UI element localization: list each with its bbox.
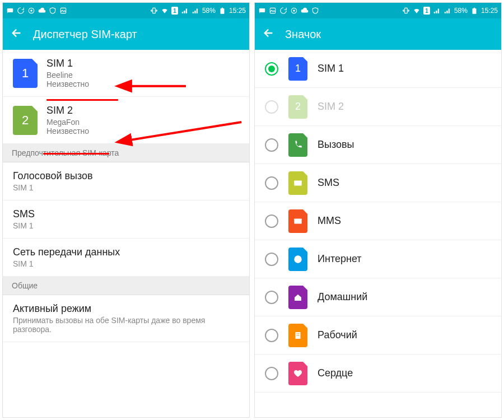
sim-badge-icon: 1 xyxy=(423,7,430,15)
battery-text: 58% xyxy=(454,7,468,15)
icon-option-row[interactable]: Рабочий xyxy=(255,316,501,354)
sms-icon xyxy=(258,7,266,15)
annotation-underline-1 xyxy=(46,99,118,101)
icon-option-row[interactable]: Вызовы xyxy=(255,126,501,164)
sim2-label: SIM 2 xyxy=(46,105,89,116)
radio-button[interactable] xyxy=(265,367,278,380)
setting-sms-sub: SIM 1 xyxy=(13,221,239,230)
svg-rect-5 xyxy=(220,8,224,14)
svg-rect-15 xyxy=(474,8,475,9)
icon-option-row[interactable]: Сердце xyxy=(255,354,501,393)
app-icon xyxy=(290,7,298,15)
icon-option-row[interactable]: 1SIM 1 xyxy=(255,50,501,88)
svg-rect-9 xyxy=(259,8,265,12)
radio-button[interactable] xyxy=(265,214,278,228)
svg-rect-13 xyxy=(405,8,408,13)
back-button[interactable] xyxy=(11,27,23,42)
globe-icon xyxy=(288,248,307,271)
icon-option-row[interactable]: SMS xyxy=(255,164,501,202)
setting-data-sub: SIM 1 xyxy=(13,259,239,268)
sim1-status: Неизвестно xyxy=(46,80,89,88)
sync-icon xyxy=(279,7,287,15)
sim1-row[interactable]: 1 SIM 1 Beeline Неизвестно xyxy=(3,50,249,97)
radio-button[interactable] xyxy=(265,100,278,114)
signal1-icon xyxy=(433,7,441,15)
sim2-carrier: MegaFon xyxy=(46,118,89,127)
svg-rect-4 xyxy=(153,8,156,13)
status-bar: 1 58% 15:25 xyxy=(3,3,249,18)
signal2-icon xyxy=(192,7,199,15)
section-preferred: Предпочтительная SIM-карта xyxy=(3,144,249,162)
setting-voice-title: Голосовой вызов xyxy=(13,170,239,182)
svg-point-12 xyxy=(293,10,295,12)
cloud-icon xyxy=(301,7,309,15)
gallery-icon xyxy=(59,7,67,15)
section-general: Общие xyxy=(3,277,249,295)
battery-icon xyxy=(218,7,226,15)
svg-rect-19 xyxy=(296,332,301,339)
radio-button[interactable] xyxy=(265,291,278,304)
icon-option-row[interactable]: MMS xyxy=(255,202,501,240)
svg-rect-3 xyxy=(60,8,66,13)
icon-option-row[interactable]: Домашний xyxy=(255,278,501,316)
icon-option-label: MMS xyxy=(318,215,341,227)
mail-icon xyxy=(288,209,307,233)
sim2-status: Неизвестно xyxy=(46,127,89,136)
clock-text: 15:25 xyxy=(229,7,246,15)
app-icon xyxy=(27,7,35,15)
radio-button[interactable] xyxy=(265,138,278,152)
phone-left: 1 58% 15:25 Диспетчер SIM-карт 1 SIM 1 B… xyxy=(2,2,250,418)
appbar-title: Диспетчер SIM-карт xyxy=(33,28,137,41)
radio-button[interactable] xyxy=(265,329,278,342)
setting-active-mode[interactable]: Активный режим Принимать вызовы на обе S… xyxy=(3,295,249,342)
wifi-icon xyxy=(161,7,169,15)
clock-text: 15:25 xyxy=(481,7,498,15)
icon-option-label: SIM 1 xyxy=(318,63,344,74)
icon-option-row[interactable]: 2SIM 2 xyxy=(255,88,501,126)
svg-point-2 xyxy=(30,10,32,12)
office-icon xyxy=(288,324,307,347)
radio-button[interactable] xyxy=(265,62,278,76)
sim1-carrier: Beeline xyxy=(46,71,89,80)
annotation-underline-2 xyxy=(43,153,109,155)
icon-option-row[interactable]: Интернет xyxy=(255,240,501,278)
sim1-icon: 1 xyxy=(13,59,38,88)
signal2-icon xyxy=(444,7,451,15)
icon-option-label: Вызовы xyxy=(318,139,354,151)
sim2-row[interactable]: 2 SIM 2 MegaFon Неизвестно xyxy=(3,97,249,144)
icon-option-label: SMS xyxy=(318,177,339,189)
sim2-icon: 2 xyxy=(13,106,38,135)
radio-button[interactable] xyxy=(265,176,278,190)
svg-rect-6 xyxy=(222,8,223,9)
svg-rect-22 xyxy=(297,335,298,336)
icon-option-label: Домашний xyxy=(318,291,367,303)
sms-icon xyxy=(6,7,14,15)
app-bar: Значок xyxy=(255,18,501,50)
wifi-icon xyxy=(413,7,421,15)
setting-sms-title: SMS xyxy=(13,208,239,220)
radio-button[interactable] xyxy=(265,253,278,266)
setting-voice[interactable]: Голосовой вызов SIM 1 xyxy=(3,162,249,200)
svg-rect-20 xyxy=(297,333,298,334)
shield-icon xyxy=(311,7,319,15)
svg-rect-14 xyxy=(472,8,476,14)
status-bar: 1 58% 15:25 xyxy=(255,3,501,18)
appbar-title: Значок xyxy=(285,28,321,41)
setting-voice-sub: SIM 1 xyxy=(13,183,239,192)
icon-option-label: Рабочий xyxy=(318,329,357,341)
sync-icon xyxy=(17,7,25,15)
icon-option-label: Сердце xyxy=(318,367,353,379)
app-bar: Диспетчер SIM-карт xyxy=(3,18,249,50)
setting-sms[interactable]: SMS SIM 1 xyxy=(3,200,249,239)
vibrate-icon xyxy=(402,7,410,15)
mail-icon xyxy=(288,171,307,195)
setting-data-title: Сеть передачи данных xyxy=(13,246,239,258)
icon-option-label: Интернет xyxy=(318,253,362,265)
active-mode-title: Активный режим xyxy=(13,303,239,315)
battery-icon xyxy=(470,7,478,15)
phone-right: 1 58% 15:25 Значок 1SIM 12SIM 2ВызовыSMS… xyxy=(254,2,502,418)
back-button[interactable] xyxy=(263,27,275,42)
vibrate-icon xyxy=(150,7,158,15)
setting-data[interactable]: Сеть передачи данных SIM 1 xyxy=(3,239,249,277)
home-icon xyxy=(288,286,307,309)
